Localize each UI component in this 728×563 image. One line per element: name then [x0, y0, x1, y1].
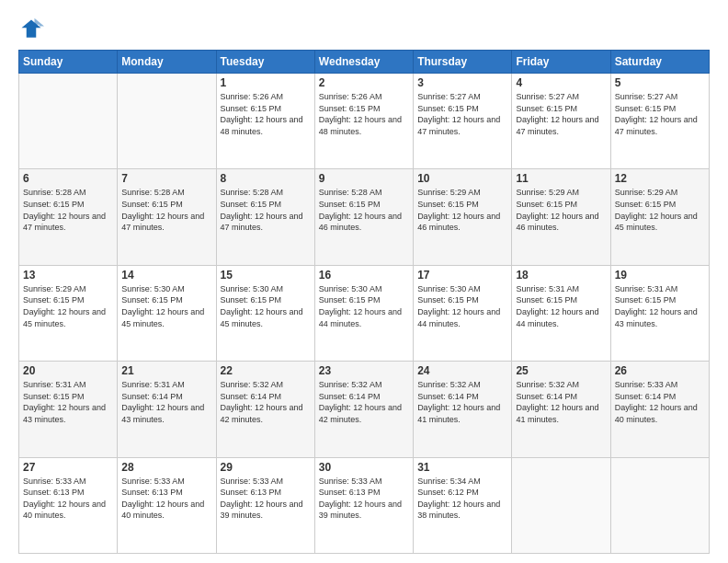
- day-number: 25: [516, 364, 606, 377]
- calendar-cell: 20Sunrise: 5:31 AM Sunset: 6:15 PM Dayli…: [19, 362, 118, 457]
- calendar-cell: 15Sunrise: 5:30 AM Sunset: 6:15 PM Dayli…: [216, 265, 314, 361]
- day-number: 30: [319, 461, 409, 474]
- calendar-week-row: 20Sunrise: 5:31 AM Sunset: 6:15 PM Dayli…: [19, 362, 710, 457]
- day-number: 23: [319, 364, 409, 377]
- day-info: Sunrise: 5:31 AM Sunset: 6:15 PM Dayligh…: [615, 283, 705, 329]
- day-number: 18: [516, 269, 606, 282]
- calendar-cell: 13Sunrise: 5:29 AM Sunset: 6:15 PM Dayli…: [19, 265, 118, 361]
- calendar-cell: 29Sunrise: 5:33 AM Sunset: 6:13 PM Dayli…: [216, 457, 314, 553]
- calendar-week-row: 13Sunrise: 5:29 AM Sunset: 6:15 PM Dayli…: [19, 265, 710, 361]
- day-number: 10: [417, 172, 507, 185]
- weekday-header-thursday: Thursday: [414, 51, 512, 74]
- calendar-cell: 30Sunrise: 5:33 AM Sunset: 6:13 PM Dayli…: [314, 457, 413, 553]
- day-info: Sunrise: 5:29 AM Sunset: 6:15 PM Dayligh…: [615, 187, 705, 233]
- day-info: Sunrise: 5:30 AM Sunset: 6:15 PM Dayligh…: [121, 283, 211, 329]
- day-number: 29: [221, 461, 311, 474]
- calendar-cell: 5Sunrise: 5:27 AM Sunset: 6:15 PM Daylig…: [610, 74, 709, 169]
- day-info: Sunrise: 5:33 AM Sunset: 6:13 PM Dayligh…: [121, 476, 211, 522]
- day-info: Sunrise: 5:27 AM Sunset: 6:15 PM Dayligh…: [516, 91, 606, 137]
- logo: [18, 17, 48, 42]
- weekday-header-sunday: Sunday: [19, 51, 118, 74]
- calendar-cell: 6Sunrise: 5:28 AM Sunset: 6:15 PM Daylig…: [19, 169, 118, 265]
- calendar-cell: 17Sunrise: 5:30 AM Sunset: 6:15 PM Dayli…: [414, 265, 512, 361]
- calendar-cell: 1Sunrise: 5:26 AM Sunset: 6:15 PM Daylig…: [216, 74, 314, 169]
- calendar-cell: 12Sunrise: 5:29 AM Sunset: 6:15 PM Dayli…: [610, 169, 709, 265]
- day-number: 13: [23, 269, 113, 282]
- day-info: Sunrise: 5:29 AM Sunset: 6:15 PM Dayligh…: [417, 187, 507, 233]
- day-info: Sunrise: 5:33 AM Sunset: 6:14 PM Dayligh…: [615, 379, 705, 425]
- calendar-cell: 16Sunrise: 5:30 AM Sunset: 6:15 PM Dayli…: [314, 265, 413, 361]
- day-number: 22: [221, 364, 311, 377]
- calendar-cell: 27Sunrise: 5:33 AM Sunset: 6:13 PM Dayli…: [19, 457, 118, 553]
- day-info: Sunrise: 5:28 AM Sunset: 6:15 PM Dayligh…: [319, 187, 409, 233]
- day-number: 4: [516, 76, 606, 89]
- calendar-cell: 2Sunrise: 5:26 AM Sunset: 6:15 PM Daylig…: [314, 74, 413, 169]
- weekday-header-tuesday: Tuesday: [216, 51, 314, 74]
- calendar-week-row: 6Sunrise: 5:28 AM Sunset: 6:15 PM Daylig…: [19, 169, 710, 265]
- day-number: 24: [417, 364, 507, 377]
- day-info: Sunrise: 5:26 AM Sunset: 6:15 PM Dayligh…: [221, 91, 311, 137]
- calendar-cell: [610, 457, 709, 553]
- day-number: 5: [615, 76, 705, 89]
- day-info: Sunrise: 5:29 AM Sunset: 6:15 PM Dayligh…: [23, 283, 113, 329]
- calendar-cell: 22Sunrise: 5:32 AM Sunset: 6:14 PM Dayli…: [216, 362, 314, 457]
- calendar-cell: 14Sunrise: 5:30 AM Sunset: 6:15 PM Dayli…: [118, 265, 216, 361]
- day-info: Sunrise: 5:28 AM Sunset: 6:15 PM Dayligh…: [221, 187, 311, 233]
- day-info: Sunrise: 5:28 AM Sunset: 6:15 PM Dayligh…: [23, 187, 113, 233]
- calendar-cell: 3Sunrise: 5:27 AM Sunset: 6:15 PM Daylig…: [414, 74, 512, 169]
- calendar-cell: [118, 74, 216, 169]
- header: [18, 17, 710, 42]
- calendar-cell: 24Sunrise: 5:32 AM Sunset: 6:14 PM Dayli…: [414, 362, 512, 457]
- day-number: 8: [221, 172, 311, 185]
- weekday-header-monday: Monday: [118, 51, 216, 74]
- day-info: Sunrise: 5:27 AM Sunset: 6:15 PM Dayligh…: [417, 91, 507, 137]
- day-number: 28: [121, 461, 211, 474]
- weekday-header-saturday: Saturday: [610, 51, 709, 74]
- day-info: Sunrise: 5:32 AM Sunset: 6:14 PM Dayligh…: [417, 379, 507, 425]
- day-number: 14: [121, 269, 211, 282]
- day-number: 17: [417, 269, 507, 282]
- day-number: 2: [319, 76, 409, 89]
- day-info: Sunrise: 5:30 AM Sunset: 6:15 PM Dayligh…: [417, 283, 507, 329]
- day-info: Sunrise: 5:27 AM Sunset: 6:15 PM Dayligh…: [615, 91, 705, 137]
- day-number: 11: [516, 172, 606, 185]
- day-number: 3: [417, 76, 507, 89]
- calendar-cell: 21Sunrise: 5:31 AM Sunset: 6:14 PM Dayli…: [118, 362, 216, 457]
- calendar-week-row: 27Sunrise: 5:33 AM Sunset: 6:13 PM Dayli…: [19, 457, 710, 553]
- day-info: Sunrise: 5:32 AM Sunset: 6:14 PM Dayligh…: [516, 379, 606, 425]
- day-info: Sunrise: 5:30 AM Sunset: 6:15 PM Dayligh…: [221, 283, 311, 329]
- weekday-header-wednesday: Wednesday: [314, 51, 413, 74]
- calendar-cell: 26Sunrise: 5:33 AM Sunset: 6:14 PM Dayli…: [610, 362, 709, 457]
- calendar-cell: 4Sunrise: 5:27 AM Sunset: 6:15 PM Daylig…: [512, 74, 610, 169]
- calendar-cell: 23Sunrise: 5:32 AM Sunset: 6:14 PM Dayli…: [314, 362, 413, 457]
- day-number: 21: [121, 364, 211, 377]
- calendar-week-row: 1Sunrise: 5:26 AM Sunset: 6:15 PM Daylig…: [19, 74, 710, 169]
- calendar-cell: [19, 74, 118, 169]
- calendar-cell: 11Sunrise: 5:29 AM Sunset: 6:15 PM Dayli…: [512, 169, 610, 265]
- day-info: Sunrise: 5:26 AM Sunset: 6:15 PM Dayligh…: [319, 91, 409, 137]
- day-number: 31: [417, 461, 507, 474]
- calendar-table: SundayMondayTuesdayWednesdayThursdayFrid…: [18, 50, 710, 554]
- calendar-cell: 10Sunrise: 5:29 AM Sunset: 6:15 PM Dayli…: [414, 169, 512, 265]
- day-number: 20: [23, 364, 113, 377]
- day-number: 1: [221, 76, 311, 89]
- day-number: 19: [615, 269, 705, 282]
- day-number: 12: [615, 172, 705, 185]
- page: SundayMondayTuesdayWednesdayThursdayFrid…: [0, 0, 728, 563]
- day-number: 15: [221, 269, 311, 282]
- day-number: 26: [615, 364, 705, 377]
- day-number: 9: [319, 172, 409, 185]
- calendar-cell: 18Sunrise: 5:31 AM Sunset: 6:15 PM Dayli…: [512, 265, 610, 361]
- calendar-cell: 9Sunrise: 5:28 AM Sunset: 6:15 PM Daylig…: [314, 169, 413, 265]
- day-info: Sunrise: 5:32 AM Sunset: 6:14 PM Dayligh…: [319, 379, 409, 425]
- day-info: Sunrise: 5:28 AM Sunset: 6:15 PM Dayligh…: [121, 187, 211, 233]
- weekday-header-row: SundayMondayTuesdayWednesdayThursdayFrid…: [19, 51, 710, 74]
- day-info: Sunrise: 5:34 AM Sunset: 6:12 PM Dayligh…: [417, 476, 507, 522]
- weekday-header-friday: Friday: [512, 51, 610, 74]
- day-info: Sunrise: 5:31 AM Sunset: 6:14 PM Dayligh…: [121, 379, 211, 425]
- day-number: 27: [23, 461, 113, 474]
- calendar-cell: 31Sunrise: 5:34 AM Sunset: 6:12 PM Dayli…: [414, 457, 512, 553]
- day-info: Sunrise: 5:29 AM Sunset: 6:15 PM Dayligh…: [516, 187, 606, 233]
- calendar-cell: 8Sunrise: 5:28 AM Sunset: 6:15 PM Daylig…: [216, 169, 314, 265]
- calendar-cell: 28Sunrise: 5:33 AM Sunset: 6:13 PM Dayli…: [118, 457, 216, 553]
